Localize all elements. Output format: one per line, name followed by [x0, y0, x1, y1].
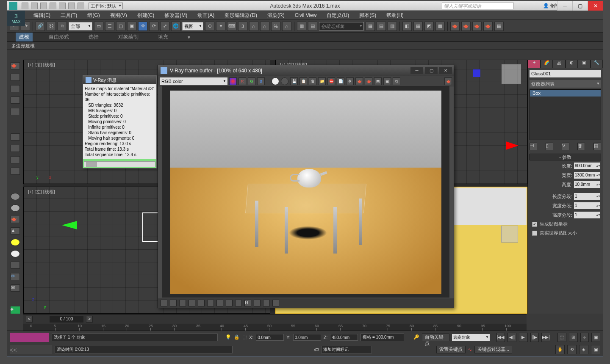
- align-icon[interactable]: ▤: [308, 22, 317, 31]
- left-tool-teapot-icon[interactable]: 🫖: [11, 62, 20, 69]
- menu-animation[interactable]: 动画(A): [192, 11, 219, 20]
- timeline-prev-button[interactable]: <: [26, 316, 33, 323]
- vfb-link-icon[interactable]: ⬒: [374, 77, 382, 85]
- vfb-compare-icon[interactable]: [226, 300, 233, 306]
- play-button[interactable]: ▶: [519, 333, 528, 342]
- key-filters-button[interactable]: 关键点过滤器...: [474, 346, 512, 353]
- left-tool-1-icon[interactable]: [11, 74, 20, 81]
- qat-open-icon[interactable]: [31, 3, 38, 9]
- left-tool-snow-icon[interactable]: ❄: [11, 273, 20, 280]
- stack-unique-icon[interactable]: ∀: [562, 143, 569, 150]
- vfb-titlebar[interactable]: V-Ray frame buffer - [100% of 640 x 480]…: [158, 65, 454, 76]
- select-region-icon[interactable]: ▢: [116, 22, 125, 31]
- vray-frame-buffer-window[interactable]: V-Ray frame buffer - [100% of 640 x 480]…: [158, 65, 454, 308]
- tab-object-paint[interactable]: 对象绘制: [115, 33, 142, 41]
- vfb-stop-icon[interactable]: ⛔: [327, 77, 335, 85]
- goto-start-button[interactable]: |◀◀: [496, 333, 505, 342]
- select-and-scale-icon[interactable]: ⤢: [160, 22, 169, 31]
- menu-graph-editors[interactable]: 图形编辑器(D): [219, 11, 262, 20]
- ref-coord-globe-icon[interactable]: 🌐: [171, 22, 180, 31]
- left-tool-teapot2-icon[interactable]: 🫖: [11, 216, 20, 223]
- maximize-button[interactable]: ▢: [572, 1, 588, 11]
- nav-walk-icon[interactable]: ◈: [579, 345, 588, 354]
- select-and-move-icon[interactable]: ✥: [138, 22, 147, 31]
- tab-populate[interactable]: 填充: [155, 33, 172, 41]
- qat-redo-icon[interactable]: [59, 3, 66, 9]
- object-name-input[interactable]: Glass001: [530, 70, 601, 77]
- vfb-levels-icon[interactable]: [189, 300, 195, 306]
- cmd-tab-utilities-icon[interactable]: 🔧: [591, 60, 603, 68]
- auto-key-button[interactable]: 自动关键点: [422, 334, 449, 341]
- nav-region-icon[interactable]: ▣: [591, 333, 600, 342]
- modifier-stack-item-box[interactable]: Box: [530, 90, 601, 97]
- select-and-rotate-icon[interactable]: ⟳: [149, 22, 158, 31]
- render-setup-icon[interactable]: ◩: [424, 22, 434, 31]
- nav-fov-icon[interactable]: ⟐: [580, 333, 589, 342]
- close-button[interactable]: ✕: [588, 1, 603, 11]
- left-tool-cone-icon[interactable]: ▲: [11, 227, 20, 234]
- qat-save-icon[interactable]: [40, 3, 47, 9]
- y-spinner[interactable]: 0.0mm: [293, 334, 321, 341]
- spinner-snap-icon[interactable]: %: [271, 22, 280, 31]
- vfb-sharpen-icon[interactable]: [254, 300, 261, 306]
- link-icon[interactable]: 🔗: [36, 22, 45, 31]
- generate-uv-checkbox[interactable]: [532, 222, 537, 227]
- coord-display-icon[interactable]: ⬚: [242, 334, 247, 340]
- menu-edit[interactable]: 编辑(E): [28, 11, 55, 20]
- stack-remove-icon[interactable]: 🗑: [577, 143, 585, 150]
- unlink-icon[interactable]: ⛓: [47, 22, 56, 31]
- viewcube[interactable]: [502, 64, 521, 84]
- schematic-view-icon[interactable]: ◧: [402, 22, 412, 31]
- vfb-close-button[interactable]: ✕: [439, 67, 452, 74]
- left-tool-3-icon[interactable]: [11, 97, 20, 104]
- viewcube-persp[interactable]: [501, 226, 518, 243]
- vfb-folder-icon[interactable]: 📁: [318, 77, 326, 85]
- menu-modifiers[interactable]: 修改器(M): [159, 11, 192, 20]
- next-frame-button[interactable]: ||▶: [530, 333, 539, 342]
- cmd-tab-create-icon[interactable]: ✦: [528, 60, 541, 68]
- menu-create[interactable]: 创建(C): [132, 11, 160, 20]
- select-object-icon[interactable]: ▭: [94, 22, 103, 31]
- stack-show-icon[interactable]: ▯: [546, 143, 553, 150]
- nav-zoom-all-icon[interactable]: ⊞: [569, 333, 578, 342]
- left-tool-env-icon[interactable]: ✉: [11, 284, 20, 292]
- left-tool-grid-icon[interactable]: [11, 262, 20, 269]
- timeline-next-button[interactable]: >: [86, 316, 93, 323]
- viewport-label-left[interactable]: [+] [左] [线框]: [28, 189, 55, 195]
- tab-selection[interactable]: 选择: [85, 33, 102, 41]
- application-menu-button[interactable]: 3 MAX: [7, 11, 25, 26]
- angle-snap-icon[interactable]: ∩: [249, 22, 258, 31]
- cmd-tab-motion-icon[interactable]: ◐: [566, 60, 578, 68]
- vfb-hist-icon[interactable]: [198, 300, 205, 306]
- qat-new-icon[interactable]: [22, 3, 28, 9]
- ref-coord-system-combo[interactable]: 视图: [182, 22, 203, 30]
- named-selection-sets-combo[interactable]: 创建选择集: [319, 22, 364, 30]
- nav-zoom-icon[interactable]: ⬚: [557, 333, 566, 342]
- layer-explorer-icon[interactable]: ▦: [366, 22, 375, 31]
- render-in-cloud-icon[interactable]: 🫖: [472, 22, 482, 31]
- select-by-name-icon[interactable]: ☰: [105, 22, 114, 31]
- toggle-ribbon-icon[interactable]: ▤: [377, 22, 386, 31]
- menu-civil-view[interactable]: Civil View: [290, 11, 322, 20]
- lseg-spinner[interactable]: 1: [574, 193, 600, 200]
- menu-customize[interactable]: 自定义(U): [322, 11, 354, 20]
- goto-end-button[interactable]: ▶▶|: [541, 333, 550, 342]
- vfb-render-icon[interactable]: 🫖: [365, 77, 372, 85]
- minimize-button[interactable]: ─: [557, 1, 572, 11]
- vfb-load-icon[interactable]: 📋: [299, 77, 307, 85]
- z-spinner[interactable]: 480.0mm: [330, 334, 358, 341]
- qat-link-icon[interactable]: [68, 3, 75, 9]
- time-ruler[interactable]: 0510152025303540455055606570758085909510…: [23, 323, 527, 331]
- nav-maximize-icon[interactable]: ▣: [591, 345, 600, 354]
- time-slider[interactable]: < 0 / 100 > 0510152025303540455055606570…: [23, 314, 527, 331]
- menu-group[interactable]: 组(G): [82, 11, 105, 20]
- snap-toggle-icon[interactable]: 3: [238, 22, 247, 31]
- vfb-minimize-button[interactable]: ─: [410, 67, 423, 74]
- stack-pin-icon[interactable]: ⊣: [530, 143, 537, 150]
- left-tool-4-icon[interactable]: [11, 108, 20, 115]
- add-time-tag[interactable]: 添加时间标记: [321, 346, 372, 353]
- nav-pan-icon[interactable]: ✋: [555, 345, 565, 354]
- use-pivot-center-icon[interactable]: ⊙: [205, 22, 214, 31]
- lock-icon[interactable]: 💡: [225, 334, 231, 340]
- left-tool-moon-icon[interactable]: [11, 250, 20, 257]
